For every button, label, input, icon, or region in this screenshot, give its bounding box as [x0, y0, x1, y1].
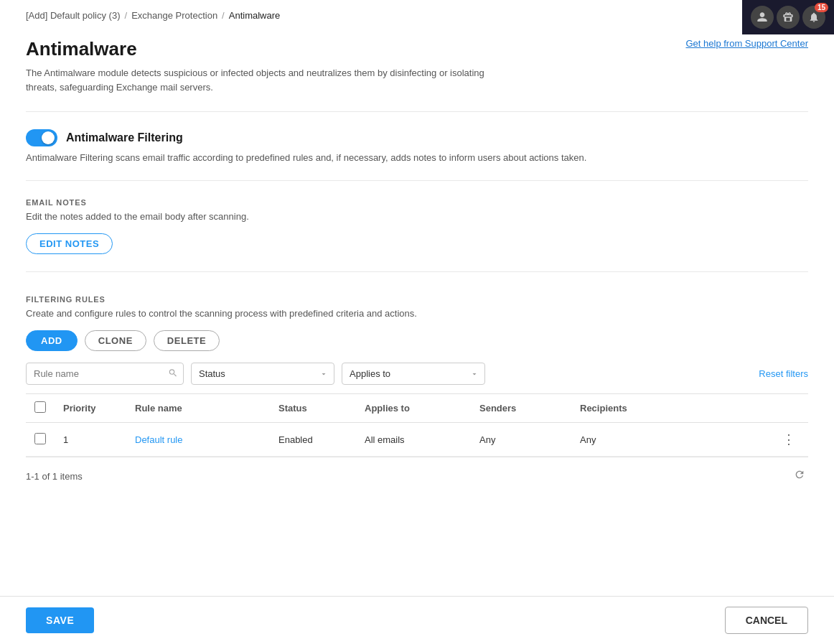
delete-button[interactable]: DELETE [154, 330, 220, 351]
applies-to-filter[interactable]: Applies to All emails Incoming Outgoing [342, 363, 485, 385]
edit-notes-button[interactable]: EDIT NOTES [26, 233, 113, 254]
refresh-button[interactable] [791, 466, 808, 486]
row-status: Enabled [270, 423, 356, 457]
row-menu-button[interactable]: ⋮ [778, 430, 800, 449]
row-recipients: Any [571, 423, 769, 457]
row-senders: Any [471, 423, 571, 457]
page-description: The Antimalware module detects suspiciou… [26, 66, 514, 94]
notification-icon[interactable]: 15 [802, 6, 825, 29]
col-applies-to: Applies to [356, 394, 471, 423]
filtering-rules-desc: Create and configure rules to control th… [26, 308, 808, 319]
pagination-bar: 1-1 of 1 items [26, 457, 808, 495]
breadcrumb-current: Antimalware [229, 10, 281, 21]
toggle-label: Antimalware Filtering [66, 131, 183, 144]
action-row: ADD CLONE DELETE [26, 330, 808, 351]
page-header: Antimalware The Antimalware module detec… [26, 38, 808, 94]
col-rule-name: Rule name [126, 394, 270, 423]
breadcrumb-sep-1: / [125, 10, 128, 21]
col-recipients: Recipients [571, 394, 769, 423]
row-applies-to: All emails [356, 423, 471, 457]
topbar: 15 [742, 0, 834, 34]
add-button[interactable]: ADD [26, 330, 78, 351]
support-link[interactable]: Get help from Support Center [685, 38, 808, 49]
row-priority: 1 [55, 423, 126, 457]
email-notes-desc: Edit the notes added to the email body a… [26, 211, 808, 222]
filter-bar: Status Enabled Disabled Applies to All e… [26, 363, 808, 394]
page-title: Antimalware [26, 38, 514, 60]
pagination-info: 1-1 of 1 items [26, 471, 83, 482]
breadcrumb-middle[interactable]: Exchange Protection [131, 10, 217, 21]
col-senders: Senders [471, 394, 571, 423]
row-checkbox[interactable] [34, 433, 46, 444]
rules-table: Priority Rule name Status Applies to Sen… [26, 394, 808, 457]
main-content: Antimalware The Antimalware module detec… [0, 21, 834, 566]
row-rule-name[interactable]: Default rule [135, 434, 182, 445]
col-status: Status [270, 394, 356, 423]
email-notes-section: EMAIL NOTES Edit the notes added to the … [26, 198, 808, 254]
select-all-checkbox[interactable] [34, 401, 46, 413]
antimalware-toggle-section: Antimalware Filtering [26, 129, 808, 146]
breadcrumb-parent[interactable]: [Add] Default policy (3) [26, 10, 121, 21]
clone-button[interactable]: CLONE [85, 330, 146, 351]
filtering-rules-section: FILTERING RULES Create and configure rul… [26, 295, 808, 495]
antimalware-toggle[interactable] [26, 129, 57, 146]
email-notes-heading: EMAIL NOTES [26, 198, 808, 207]
notification-badge: 15 [815, 3, 828, 12]
col-priority: Priority [55, 394, 126, 423]
breadcrumb-sep-2: / [222, 10, 225, 21]
breadcrumb: [Add] Default policy (3) / Exchange Prot… [0, 0, 834, 21]
rule-name-input[interactable] [26, 363, 184, 385]
table-row: 1 Default rule Enabled All emails Any An… [26, 423, 808, 457]
filtering-rules-heading: FILTERING RULES [26, 295, 808, 304]
status-filter[interactable]: Status Enabled Disabled [191, 363, 334, 385]
toggle-description: Antimalware Filtering scans email traffi… [26, 152, 808, 163]
user-icon[interactable] [751, 6, 774, 29]
gift-icon[interactable] [777, 6, 800, 29]
rule-name-filter-wrap [26, 363, 184, 385]
reset-filters-link[interactable]: Reset filters [759, 368, 808, 379]
